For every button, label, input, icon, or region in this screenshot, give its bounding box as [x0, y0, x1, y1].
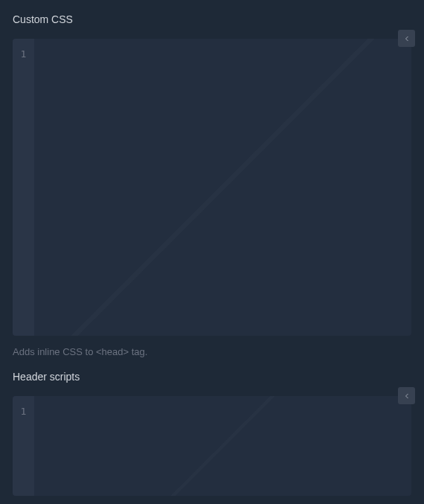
custom-css-editor[interactable]: 1 — [13, 39, 411, 336]
custom-css-editor-wrapper: 1 — [13, 39, 411, 336]
custom-css-label: Custom CSS — [13, 13, 411, 25]
header-scripts-section: Header scripts 1 — [0, 371, 424, 496]
custom-css-gutter: 1 — [13, 39, 34, 336]
header-scripts-label: Header scripts — [13, 371, 411, 383]
custom-css-helper-text: Adds inline CSS to <head> tag. — [13, 346, 411, 357]
header-scripts-textarea[interactable] — [34, 396, 411, 496]
collapse-custom-css-button[interactable] — [398, 30, 415, 47]
custom-css-textarea[interactable] — [34, 39, 411, 336]
line-number: 1 — [13, 404, 34, 419]
header-scripts-gutter: 1 — [13, 396, 34, 496]
header-scripts-editor[interactable]: 1 — [13, 396, 411, 496]
header-scripts-editor-wrapper: 1 — [13, 396, 411, 496]
line-number: 1 — [13, 47, 34, 62]
chevron-left-icon — [402, 34, 411, 43]
chevron-left-icon — [402, 392, 411, 401]
custom-css-section: Custom CSS 1 Adds inline CSS to <head> t… — [0, 13, 424, 357]
collapse-header-scripts-button[interactable] — [398, 387, 415, 404]
